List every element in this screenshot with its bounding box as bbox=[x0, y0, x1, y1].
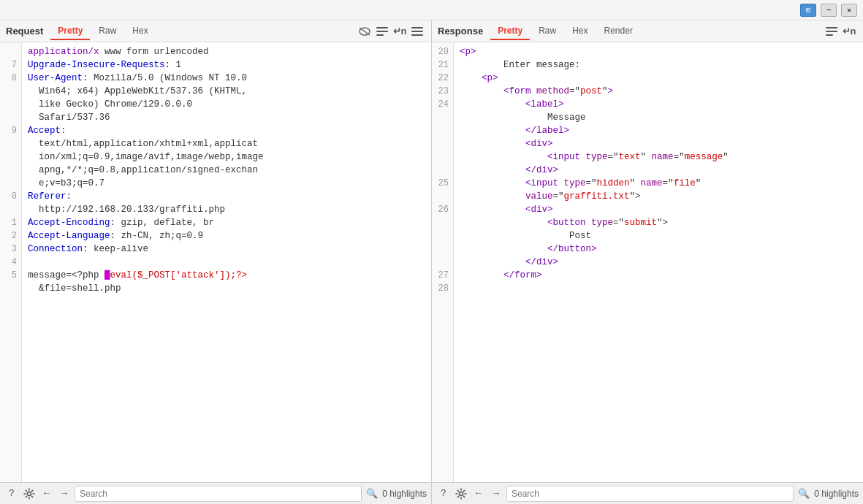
code-line: </div> bbox=[460, 256, 857, 269]
svg-point-12 bbox=[460, 492, 463, 495]
code-line: <p> bbox=[460, 72, 857, 85]
right-back-icon[interactable]: ← bbox=[471, 486, 486, 501]
line-num bbox=[432, 164, 453, 177]
line-num: 8 bbox=[0, 72, 21, 85]
body-format-icon[interactable] bbox=[374, 23, 390, 39]
right-search-input[interactable] bbox=[506, 486, 794, 502]
line-num bbox=[432, 124, 453, 137]
tab-response-raw[interactable]: Raw bbox=[531, 23, 563, 40]
svg-point-11 bbox=[28, 492, 31, 495]
line-num: 22 bbox=[432, 72, 453, 85]
code-line bbox=[28, 256, 425, 269]
left-forward-icon[interactable]: → bbox=[57, 486, 72, 501]
tab-request-hex[interactable]: Hex bbox=[125, 23, 155, 40]
request-header: Request Pretty Raw Hex ↵n bbox=[0, 20, 431, 42]
window-top-bar: ⊞ — ✕ bbox=[0, 0, 863, 20]
line-num: 20 bbox=[432, 45, 453, 58]
code-line: </label> bbox=[460, 124, 857, 137]
tab-request-pretty[interactable]: Pretty bbox=[50, 23, 90, 40]
menu-icon[interactable] bbox=[409, 23, 425, 39]
response-wrap-icon[interactable]: ↵n bbox=[841, 23, 857, 39]
window-layout-btn[interactable]: ⊞ bbox=[800, 4, 816, 17]
left-settings-icon[interactable] bbox=[22, 486, 37, 501]
right-forward-icon[interactable]: → bbox=[489, 486, 503, 501]
response-line-numbers: 20 21 22 23 24 25 26 27 28 bbox=[432, 42, 454, 482]
code-line: application/x www form urlencoded bbox=[28, 45, 425, 58]
code-line: http://192.168.20.133/graffiti.php bbox=[28, 203, 425, 216]
response-body-icon[interactable] bbox=[824, 23, 840, 39]
svg-rect-7 bbox=[411, 34, 423, 36]
code-line: <input type="text" name="message" bbox=[460, 150, 857, 164]
code-line: Connection: keep-alive bbox=[28, 243, 425, 256]
window-close-btn[interactable]: ✕ bbox=[841, 4, 857, 17]
code-line: User-Agent: Mozilla/5.0 (Windows NT 10.0 bbox=[28, 72, 425, 85]
response-code[interactable]: <p> Enter message: <p> <form method="pos… bbox=[454, 42, 863, 482]
right-help-icon[interactable]: ? bbox=[436, 486, 451, 501]
code-line: </div> bbox=[460, 164, 857, 177]
line-num bbox=[432, 243, 453, 256]
code-line: Safari/537.36 bbox=[28, 111, 425, 124]
tab-response-hex[interactable]: Hex bbox=[565, 23, 595, 40]
line-num bbox=[432, 111, 453, 124]
code-line: Accept-Encoding: gzip, deflate, br bbox=[28, 216, 425, 229]
code-line: Accept: bbox=[28, 124, 425, 137]
right-highlights-label: 0 highlights bbox=[814, 489, 859, 499]
line-num bbox=[0, 177, 21, 190]
request-code[interactable]: application/x www form urlencoded Upgrad… bbox=[22, 42, 431, 482]
hide-icon[interactable] bbox=[357, 23, 373, 39]
response-title: Response bbox=[438, 26, 483, 37]
window-minimize-btn[interactable]: — bbox=[821, 4, 837, 17]
svg-rect-9 bbox=[826, 31, 837, 32]
line-num: 4 bbox=[0, 256, 21, 269]
code-line: <form method="post"> bbox=[460, 85, 857, 98]
line-num bbox=[0, 282, 21, 295]
line-num bbox=[0, 203, 21, 216]
code-line: Post bbox=[460, 229, 857, 243]
code-line: Message bbox=[460, 111, 857, 124]
tab-response-pretty[interactable]: Pretty bbox=[490, 23, 530, 40]
line-num: 5 bbox=[0, 269, 21, 282]
code-line bbox=[460, 282, 857, 295]
right-settings-icon[interactable] bbox=[454, 486, 468, 501]
tab-request-raw[interactable]: Raw bbox=[91, 23, 123, 40]
code-line: Accept-Language: zh-CN, zh;q=0.9 bbox=[28, 229, 425, 243]
line-num bbox=[432, 229, 453, 243]
code-line: </form> bbox=[460, 269, 857, 282]
line-num: 0 bbox=[0, 190, 21, 203]
line-num bbox=[0, 150, 21, 164]
tab-response-render[interactable]: Render bbox=[597, 23, 640, 40]
left-help-icon[interactable]: ? bbox=[4, 486, 19, 501]
left-bottom-panel: ? ← → 🔍 0 highlights bbox=[0, 483, 432, 504]
code-line: <div> bbox=[460, 203, 857, 216]
left-search-btn[interactable]: 🔍 bbox=[365, 486, 379, 501]
svg-rect-3 bbox=[376, 31, 388, 32]
left-search-input[interactable] bbox=[75, 486, 362, 502]
response-header: Response Pretty Raw Hex Render ↵n bbox=[432, 20, 863, 42]
line-num: 23 bbox=[432, 85, 453, 98]
code-line: <div> bbox=[460, 137, 857, 150]
line-num bbox=[0, 85, 21, 98]
left-highlights-label: 0 highlights bbox=[382, 489, 427, 499]
code-line: apng,*/*;q=0.8,application/signed-exchan bbox=[28, 164, 425, 177]
line-num bbox=[432, 190, 453, 203]
line-num: 7 bbox=[0, 58, 21, 72]
wrap-icon[interactable]: ↵n bbox=[392, 23, 408, 39]
line-num bbox=[0, 45, 21, 58]
left-back-icon[interactable]: ← bbox=[39, 486, 54, 501]
right-search-btn[interactable]: 🔍 bbox=[797, 486, 811, 501]
request-line-numbers: 7 8 9 0 1 2 3 4 5 bbox=[0, 42, 22, 482]
main-panels: Request Pretty Raw Hex ↵n 7 bbox=[0, 20, 863, 482]
line-num: 27 bbox=[432, 269, 453, 282]
line-num bbox=[432, 256, 453, 269]
svg-rect-10 bbox=[826, 34, 833, 36]
line-num: 9 bbox=[0, 124, 21, 137]
line-num: 26 bbox=[432, 203, 453, 216]
request-content: 7 8 9 0 1 2 3 4 5 application/x w bbox=[0, 42, 431, 482]
code-line: <label> bbox=[460, 98, 857, 111]
line-num: 3 bbox=[0, 243, 21, 256]
code-line: ion/xml;q=0.9,image/avif,image/webp,imag… bbox=[28, 150, 425, 164]
line-num bbox=[0, 137, 21, 150]
code-line: Win64; x64) AppleWebKit/537.36 (KHTML, bbox=[28, 85, 425, 98]
code-line: value="graffiti.txt"> bbox=[460, 190, 857, 203]
request-title: Request bbox=[6, 26, 43, 37]
